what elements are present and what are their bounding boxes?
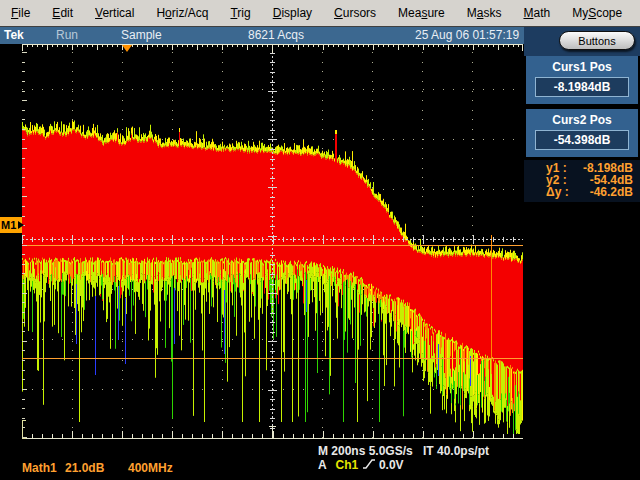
oscilloscope-screen: FileEditVerticalHoriz/AcqTrigDisplayCurs… (0, 0, 640, 480)
trigger-level: 0.0V (379, 458, 404, 472)
buttons-button[interactable]: Buttons (559, 31, 635, 50)
math1-position-marker: M1 (0, 217, 22, 233)
cursor2-title: Curs2 Pos (526, 109, 638, 127)
sampling-readout: IT 40.0ps/pt (423, 444, 489, 458)
cursor1-title: Curs1 Pos (526, 56, 638, 74)
cursor2-position-field[interactable]: -54.398dB (535, 130, 629, 150)
menu-item-cursors[interactable]: Cursors (323, 5, 387, 21)
menu-item-utilities[interactable]: Utilities (633, 5, 640, 21)
trigger-source: A (318, 458, 326, 472)
menu-item-measure[interactable]: Measure (387, 5, 456, 21)
menu-item-horizacq[interactable]: Horiz/Acq (145, 5, 219, 21)
trigger-readout: A Ch1 0.0V (318, 458, 404, 472)
acquisition-count: 8621 Acqs (248, 28, 304, 42)
menu-bar: FileEditVerticalHoriz/AcqTrigDisplayCurs… (0, 0, 640, 27)
menu-item-masks[interactable]: Masks (456, 5, 513, 21)
sampling-value: IT 40.0ps/pt (423, 444, 489, 458)
math1-readout: Math1 (22, 461, 57, 475)
timebase-value: M 200ns 5.0GS/s (318, 444, 413, 458)
menu-item-math[interactable]: Math (512, 5, 561, 21)
buttons-area: Buttons (524, 27, 640, 56)
math1-horizontal-scale: 400MHz (128, 461, 173, 475)
tek-logo: Tek (4, 28, 24, 42)
acquisition-state: Run (56, 28, 78, 42)
math1-marker-label: M1 (1, 217, 16, 233)
waveform-display[interactable] (22, 44, 523, 441)
control-sidebar: Buttons Curs1 Pos -8.1984dB Curs2 Pos -5… (524, 27, 640, 480)
timebase-readout: M 200ns 5.0GS/s (318, 444, 413, 458)
math1-vertical-scale: 21.0dB (65, 461, 104, 475)
acquisition-mode: Sample (121, 28, 162, 42)
menu-item-trig[interactable]: Trig (219, 5, 261, 21)
trigger-channel: Ch1 (336, 458, 359, 472)
cursor1-panel: Curs1 Pos -8.1984dB (526, 56, 638, 104)
math1-label: Math1 (22, 461, 57, 475)
menu-item-display[interactable]: Display (262, 5, 323, 21)
cursor2-panel: Curs2 Pos -54.398dB (526, 109, 638, 157)
readout-row: Δy :-46.2dB (524, 186, 640, 198)
cursor1-position-field[interactable]: -8.1984dB (535, 77, 629, 97)
menu-item-file[interactable]: File (0, 5, 41, 21)
datetime: 25 Aug 06 01:57:19 (415, 28, 519, 42)
readout-value: -46.2dB (590, 186, 633, 198)
menu-item-vertical[interactable]: Vertical (84, 5, 145, 21)
rising-edge-icon (362, 458, 376, 470)
menu-item-edit[interactable]: Edit (41, 5, 84, 21)
menu-item-myscope[interactable]: MyScope (561, 5, 633, 21)
cursor-delta-readouts: y1 :-8.198dBy2 :-54.4dBΔy :-46.2dB (524, 160, 640, 202)
readout-label: Δy : (546, 186, 569, 198)
status-bar: Tek Run Sample 8621 Acqs 25 Aug 06 01:57… (0, 27, 524, 44)
